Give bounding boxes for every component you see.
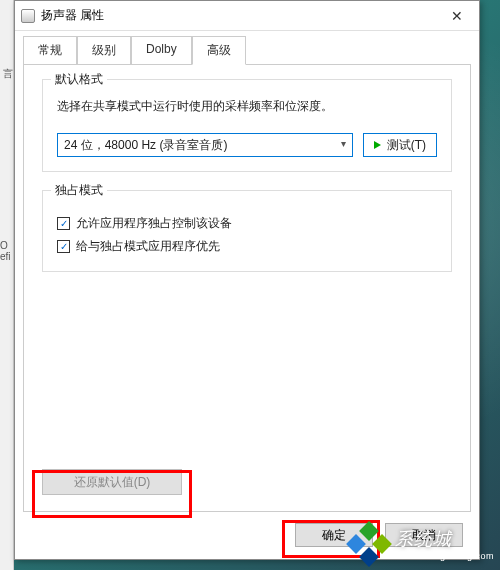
- close-icon: ✕: [451, 8, 463, 24]
- checkbox-allow-exclusive[interactable]: ✓: [57, 217, 70, 230]
- format-select-value: 24 位，48000 Hz (录音室音质): [64, 137, 227, 154]
- tab-levels[interactable]: 级别: [77, 36, 131, 65]
- tab-dolby[interactable]: Dolby: [131, 36, 192, 65]
- chevron-down-icon: ▾: [341, 138, 346, 149]
- group-exclusive-label: 独占模式: [51, 182, 107, 199]
- checkbox-exclusive-priority-label: 给与独占模式应用程序优先: [76, 238, 220, 255]
- checkbox-exclusive-priority[interactable]: ✓: [57, 240, 70, 253]
- cancel-button[interactable]: 取消: [385, 523, 463, 547]
- play-icon: [374, 141, 381, 149]
- tab-advanced[interactable]: 高级: [192, 36, 246, 65]
- window-title: 扬声器 属性: [41, 7, 435, 24]
- group-default-format-label: 默认格式: [51, 71, 107, 88]
- restore-defaults-button[interactable]: 还原默认值(D): [42, 469, 182, 495]
- tab-general[interactable]: 常规: [23, 36, 77, 65]
- ok-button[interactable]: 确定: [295, 523, 373, 547]
- bg-text2: O efi: [0, 240, 14, 262]
- dialog-buttons: 确定 取消: [295, 523, 463, 547]
- default-format-description: 选择在共享模式中运行时使用的采样频率和位深度。: [57, 98, 437, 115]
- group-exclusive-mode: 独占模式 ✓ 允许应用程序独占控制该设备 ✓ 给与独占模式应用程序优先: [42, 190, 452, 272]
- test-button[interactable]: 测试(T): [363, 133, 437, 157]
- titlebar: 扬声器 属性 ✕: [15, 1, 479, 31]
- tabstrip: 常规 级别 Dolby 高级: [15, 31, 479, 64]
- test-button-label: 测试(T): [387, 137, 426, 154]
- checkbox-allow-exclusive-label: 允许应用程序独占控制该设备: [76, 215, 232, 232]
- format-select[interactable]: 24 位，48000 Hz (录音室音质) ▾: [57, 133, 353, 157]
- tabpanel-advanced: 默认格式 选择在共享模式中运行时使用的采样频率和位深度。 24 位，48000 …: [23, 64, 471, 512]
- speaker-icon: [21, 9, 35, 23]
- close-button[interactable]: ✕: [435, 1, 479, 31]
- group-default-format: 默认格式 选择在共享模式中运行时使用的采样频率和位深度。 24 位，48000 …: [42, 79, 452, 172]
- speaker-properties-dialog: 扬声器 属性 ✕ 常规 级别 Dolby 高级 默认格式 选择在共享模式中运行时…: [14, 0, 480, 560]
